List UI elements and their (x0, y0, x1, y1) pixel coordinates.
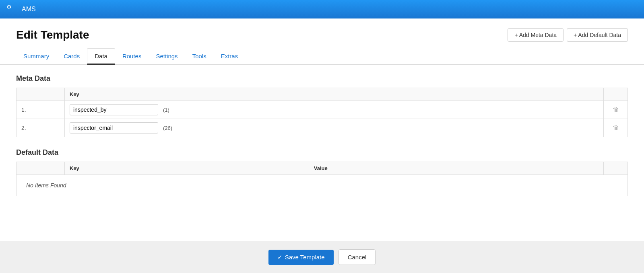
default-col-key-header: Key (65, 162, 309, 175)
default-data-table: Key Value No Items Found (16, 162, 628, 196)
tab-extras[interactable]: Extras (214, 48, 246, 65)
delete-row-2-icon[interactable]: 🗑 (613, 124, 619, 131)
save-template-label: Save Template (285, 254, 325, 261)
tab-tools[interactable]: Tools (185, 48, 214, 65)
row-num: 1. (17, 101, 65, 119)
app-header: ⚙ AMS (0, 0, 644, 18)
checkmark-icon: ✓ (277, 254, 283, 261)
default-data-title: Default Data (16, 148, 628, 157)
row-action-cell: 🗑 (604, 119, 628, 137)
meta-data-section: Meta Data Key 1. (16, 74, 628, 137)
table-row: No Items Found (17, 175, 628, 196)
meta-key-input-1[interactable] (70, 104, 158, 115)
row-num: 2. (17, 119, 65, 137)
default-col-action-header (604, 162, 628, 175)
table-row: 1. (1) 🗑 (17, 101, 628, 119)
header-actions: + Add Meta Data + Add Default Data (508, 28, 628, 42)
tab-cards[interactable]: Cards (56, 48, 87, 65)
default-data-section: Default Data Key Value No Item (16, 148, 628, 196)
meta-count-badge-2: (26) (163, 125, 172, 131)
no-items-cell: No Items Found (17, 175, 628, 196)
row-action-cell: 🗑 (604, 101, 628, 119)
main-content: Edit Template + Add Meta Data + Add Defa… (0, 18, 644, 273)
table-row: 2. (26) 🗑 (17, 119, 628, 137)
delete-row-1-icon[interactable]: 🗑 (613, 106, 619, 113)
no-items-label: No Items Found (21, 178, 623, 193)
meta-col-num-header (17, 88, 65, 101)
meta-data-table: Key 1. (1) 🗑 (16, 88, 628, 137)
add-default-data-button[interactable]: + Add Default Data (567, 28, 628, 42)
default-col-value-header: Value (309, 162, 603, 175)
tab-summary[interactable]: Summary (16, 48, 56, 65)
default-col-num-header (17, 162, 65, 175)
tab-bar: Summary Cards Data Routes Settings Tools… (0, 48, 644, 65)
meta-col-action-header (604, 88, 628, 101)
page-title: Edit Template (16, 29, 89, 41)
tab-settings[interactable]: Settings (149, 48, 185, 65)
tab-routes[interactable]: Routes (115, 48, 149, 65)
tab-data[interactable]: Data (87, 48, 115, 65)
add-meta-data-button[interactable]: + Add Meta Data (508, 28, 564, 42)
cancel-button[interactable]: Cancel (339, 249, 376, 265)
page-footer: ✓ Save Template Cancel (0, 241, 644, 273)
row-key-cell: (1) (65, 101, 604, 119)
meta-count-badge-1: (1) (163, 107, 169, 113)
page-header: Edit Template + Add Meta Data + Add Defa… (0, 18, 644, 48)
meta-key-input-2[interactable] (70, 122, 158, 133)
tab-content: Meta Data Key 1. (0, 65, 644, 217)
app-icon: ⚙ (6, 4, 18, 15)
app-title: AMS (22, 6, 36, 13)
meta-col-key-header: Key (65, 88, 604, 101)
meta-data-title: Meta Data (16, 74, 628, 83)
row-key-cell: (26) (65, 119, 604, 137)
save-template-button[interactable]: ✓ Save Template (268, 250, 334, 265)
